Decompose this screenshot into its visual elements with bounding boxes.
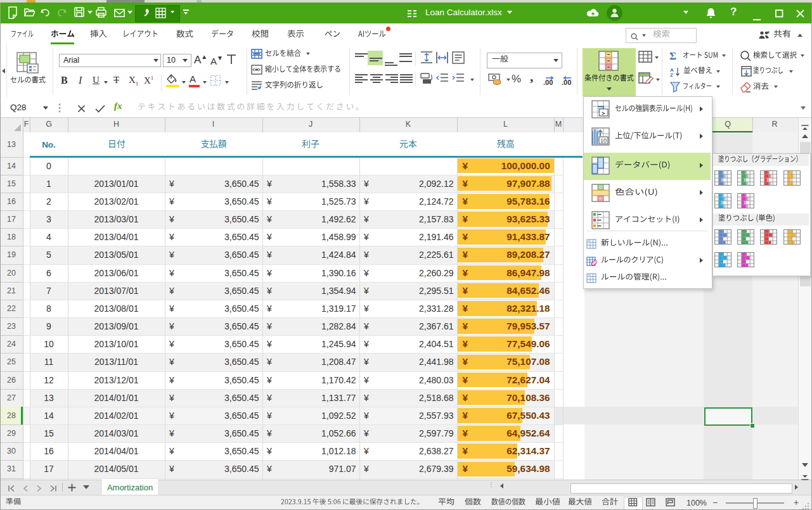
svg-text:>: > [602,110,605,117]
svg-text:Z: Z [670,72,673,77]
svg-text:10: 10 [600,137,607,144]
